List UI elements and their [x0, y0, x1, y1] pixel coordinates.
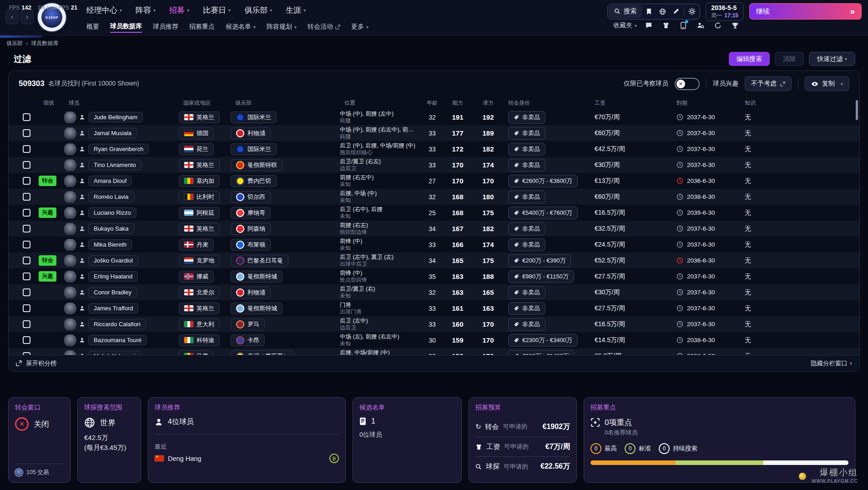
row-checkbox[interactable] — [23, 304, 30, 312]
clear-button[interactable]: 清除 — [775, 52, 804, 66]
table-row[interactable]: Riccardo Calafiori 意大利 罗马 后卫 (左中) 边后卫 33… — [9, 316, 859, 332]
nation-cell[interactable]: 马里 — [179, 350, 214, 355]
col-nation[interactable]: 国家或地区 — [179, 99, 231, 107]
profile-person-icon[interactable] — [79, 289, 85, 295]
continue-button[interactable]: 继续 » — [749, 3, 862, 20]
tab-overview[interactable]: 概要 — [86, 23, 99, 32]
profile-person-icon[interactable] — [79, 226, 85, 232]
transfer-value[interactable]: 非卖品 — [508, 318, 545, 331]
nav-matchday[interactable]: 比赛日▾ — [203, 5, 231, 15]
profile-person-icon[interactable] — [79, 273, 85, 279]
player-name[interactable]: Malick Yalcouyé — [88, 351, 141, 355]
table-row[interactable]: Bazoumana Touré 科特迪 卡昂 中场 (左), 前腰 (右左中) … — [9, 332, 859, 348]
club-cell[interactable]: 布莱顿 — [231, 239, 271, 251]
table-row[interactable]: 转会 Amara Diouf 塞内加 费内巴切 前腰 (右左中) 未知 27 1… — [9, 173, 859, 189]
back-button[interactable]: ‹ — [5, 9, 19, 24]
table-row[interactable]: Bukayo Saka 英格兰 阿森纳 前腰 (右左) 组织型边锋 34 167… — [9, 221, 859, 237]
globe-icon[interactable] — [656, 5, 669, 18]
scouted-only-toggle[interactable]: ✕ — [675, 78, 700, 90]
club-cell[interactable]: 卡昂 — [231, 334, 265, 346]
transfer-value[interactable]: 非卖品 — [508, 222, 545, 235]
recruitment-budget-card[interactable]: 招募预算 ↻ 转会 可申请的 €1902万 工资 可申请的 €7万/周 球探 可… — [469, 397, 577, 483]
club-cell[interactable]: 国际米兰 — [231, 111, 277, 123]
sync-icon[interactable] — [712, 20, 723, 31]
table-row[interactable]: Jude Bellingham 英格兰 国际米兰 中场 (中), 前腰 (左中)… — [9, 109, 859, 125]
transfer-window-card[interactable]: 转会窗口 ✕ 关闭 105 交易 — [8, 397, 71, 483]
table-scrollbar[interactable] — [856, 100, 858, 120]
edit-search-button[interactable]: 编辑搜索 — [729, 52, 770, 66]
nation-cell[interactable]: 北爱尔 — [179, 287, 220, 298]
disregard-button[interactable]: 不予考虑 — [745, 76, 792, 91]
col-status[interactable]: 现状 — [39, 99, 64, 107]
transfer-value[interactable]: 非卖品 — [508, 302, 545, 315]
club-cell[interactable]: 费内巴切 — [231, 175, 277, 187]
player-recommendations-card[interactable]: 球员推荐 4位球员 最近 Deng Hang B — [148, 397, 346, 483]
row-checkbox[interactable] — [23, 273, 30, 280]
profile-person-icon[interactable] — [79, 353, 85, 355]
col-player[interactable]: 球员 — [64, 99, 179, 107]
tab-shortlist[interactable]: 候选名单▾ — [226, 23, 256, 32]
row-checkbox[interactable] — [23, 209, 30, 217]
club-cell[interactable]: 巴黎圣日耳曼 — [231, 255, 288, 267]
profile-person-icon[interactable] — [79, 194, 85, 200]
row-checkbox[interactable] — [23, 161, 30, 169]
col-wage[interactable]: 工资 — [590, 99, 672, 107]
nation-cell[interactable]: 比利时 — [179, 191, 220, 203]
profile-person-icon[interactable] — [79, 321, 85, 327]
player-name[interactable]: Roméo Lavia — [88, 192, 134, 202]
player-name[interactable]: Tino Livramento — [88, 160, 141, 170]
player-name[interactable]: Conor Bradley — [88, 287, 137, 298]
club-cell[interactable]: 利物浦 — [231, 127, 271, 139]
profile-person-icon[interactable] — [79, 114, 85, 120]
profile-person-icon[interactable] — [79, 337, 85, 343]
player-name[interactable]: Jude Bellingham — [88, 112, 143, 122]
table-row[interactable]: Conor Bradley 北爱尔 利物浦 后卫/翼卫 (右) 未知 32 16… — [9, 284, 859, 300]
tab-player-database[interactable]: 球员数据库 — [110, 22, 142, 33]
profile-person-icon[interactable] — [79, 130, 85, 136]
nation-cell[interactable]: 英格兰 — [179, 111, 220, 123]
expand-standings-button[interactable]: 展开积分榜 — [16, 359, 57, 368]
nation-cell[interactable]: 意大利 — [179, 318, 220, 330]
transfer-value[interactable]: 非卖品 — [508, 111, 545, 124]
tab-transfer-activity[interactable]: 转会活动 — [308, 23, 340, 32]
breadcrumb-club[interactable]: 俱乐部 — [6, 40, 23, 47]
row-checkbox[interactable] — [23, 145, 30, 153]
profile-person-icon[interactable] — [79, 146, 85, 152]
tab-squad-planner[interactable]: 阵容规划▾ — [267, 23, 297, 32]
club-cell[interactable]: 罗马 — [231, 318, 265, 330]
transfer-value[interactable]: €5400万 - €7600万 — [508, 207, 578, 219]
recent-recommendation-row[interactable]: Deng Hang B — [155, 454, 339, 463]
nav-squad[interactable]: 阵容▾ — [136, 5, 156, 15]
forward-button[interactable]: › — [20, 9, 34, 24]
hide-split-view-button[interactable]: 隐藏分栏窗口▾ — [811, 359, 852, 368]
table-row[interactable]: 转会 Joško Gvardiol 克罗地 巴黎圣日耳曼 后卫 (左中), 翼卫… — [9, 253, 859, 268]
transfer-value[interactable]: 非卖品 — [508, 286, 545, 299]
col-expiry[interactable]: 到期 — [672, 99, 740, 107]
nation-cell[interactable]: 挪威 — [179, 271, 214, 283]
club-cell[interactable]: 利物浦 — [231, 287, 271, 298]
nation-cell[interactable]: 克罗地 — [179, 255, 220, 267]
transfer-value[interactable]: 非卖品 — [508, 238, 545, 251]
table-row[interactable]: Tino Livramento 英格兰 曼彻斯特联 后卫/翼卫 (右左) 边后卫… — [9, 157, 859, 173]
club-cell[interactable]: 阿森纳 — [231, 223, 271, 235]
transfer-value[interactable]: €2600万 - €3600万 — [508, 175, 578, 187]
table-row[interactable]: Jamal Musiala 德国 利物浦 中场 (中), 前腰 (右左中), 前… — [9, 125, 859, 141]
nav-club[interactable]: 俱乐部▾ — [244, 5, 272, 15]
nation-cell[interactable]: 英格兰 — [179, 159, 220, 171]
tab-recruitment-focus[interactable]: 招募重点 — [189, 23, 215, 32]
profile-person-icon[interactable] — [79, 210, 85, 216]
club-cell[interactable]: 切尔西 — [231, 191, 271, 203]
row-checkbox[interactable] — [23, 193, 30, 201]
row-checkbox[interactable] — [23, 320, 30, 328]
transfer-value[interactable]: €980万 - €1150万 — [508, 270, 574, 283]
club-cell[interactable]: 曼彻斯特联 — [231, 159, 283, 171]
nav-career[interactable]: 生涯▾ — [286, 5, 306, 15]
search-input[interactable]: 搜索 — [609, 5, 642, 18]
transfer-value[interactable]: €980万 - €1400万 — [508, 350, 575, 355]
col-potential[interactable]: 潜力 — [473, 99, 504, 107]
col-club[interactable]: 俱乐部 — [231, 99, 340, 107]
table-row[interactable]: 兴趣 Erling Haaland 挪威 曼彻斯特城 前锋 (中) 抢点型前锋 … — [9, 268, 859, 284]
club-cell[interactable]: 曼彻斯特城 — [231, 303, 283, 314]
club-cell[interactable]: 国际米兰 — [231, 143, 277, 155]
player-name[interactable]: Luciano Rizzo — [88, 207, 136, 218]
